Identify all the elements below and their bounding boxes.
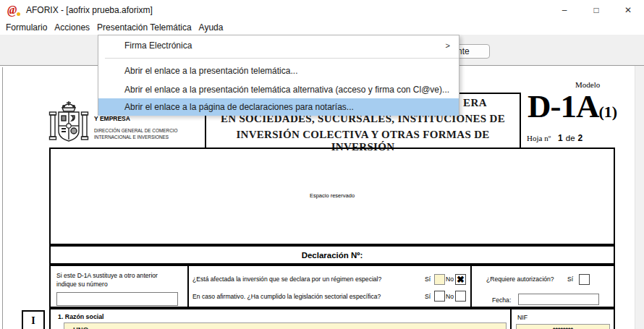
presentacion-telematica-dropdown: Firma Electrónica > Abrir el enlace a la… [98,35,459,116]
agency-dept-line2: INTERNACIONAL E INVERSIONES [94,134,169,140]
menu-presentacion-telematica[interactable]: Presentación Telemática [93,20,195,35]
sheet-label: Hoja nº [527,134,551,142]
modelo-code: D-1A(1) [528,90,617,129]
menu-formulario[interactable]: Formulario [2,20,51,35]
agency-name-fragment: Y EMPRESA [94,115,130,122]
questions-row: Si este D-1A sustituye a otro anterior i… [49,265,615,308]
company-row-divider [510,309,512,329]
menu-item-abrir-presentacion-alternativa[interactable]: Abrir el enlace a la presentación telemá… [98,80,459,98]
authorization-question-text: ¿Requiere autorización? [486,275,554,283]
form-title-line1-fragment: ERA [463,97,487,109]
maximize-button[interactable]: □ [580,0,612,20]
authorization-yes-label: Sí [567,275,573,283]
title-bar: @ AFORIX - [aofrix prueba.aforixm] – □ ✕ [0,0,644,20]
document-left-edge [2,67,3,329]
declaration-number-row: Declaración Nº: [49,245,615,265]
regime-yes-checkbox[interactable] [434,274,445,285]
declaration-number-label: Declaración Nº: [302,251,363,260]
sheet-number: 1 [558,133,563,143]
menu-separator [105,58,459,59]
sectorial-yes-checkbox[interactable] [434,291,445,302]
razon-social-label: 1. Razón social [58,313,104,320]
sectorial-no-checkbox[interactable] [455,291,466,302]
vertical-scrollbar[interactable] [635,66,644,329]
app-window: @ AFORIX - [aofrix prueba.aforixm] – □ ✕… [0,0,644,329]
close-button[interactable]: ✕ [612,0,644,20]
reserved-space-label: Espacio reservado [51,192,614,199]
regime-no-checkbox[interactable]: ✖ [455,274,466,285]
menu-item-declaraciones-notarias-label: Abrir el enlace a la página de declaraci… [124,102,354,112]
sectorial-no-label: No [446,293,454,300]
menu-acciones[interactable]: Acciones [51,20,93,35]
agency-dept-line1: DIRECCIÓN GENERAL DE COMERCIO [94,128,178,133]
window-controls: – □ ✕ [548,0,644,20]
menu-item-declaraciones-notarias[interactable]: Abrir el enlace a la página de declaraci… [98,98,459,116]
minimize-button[interactable]: – [548,0,580,20]
sheet-number-block: Hoja nº 1 de 2 [527,133,582,143]
regime-yes-label: Sí [425,275,431,283]
regime-question-text: ¿Está afectada la inversión que se decla… [192,275,381,283]
submenu-arrow-icon: > [446,41,450,50]
fecha-input[interactable] [518,294,599,305]
authorization-yes-checkbox[interactable] [579,274,590,285]
window-title: AFORIX - [aofrix prueba.aforixm] [26,5,153,15]
menu-item-abrir-presentacion-telematica[interactable]: Abrir el enlace a la presentación telemá… [98,61,459,80]
modelo-code-text: D-1A [528,88,598,124]
app-logo-icon: @ [7,4,20,17]
menu-bar: Formulario Acciones Presentación Telemát… [0,20,644,35]
section-marker: I [31,315,35,326]
sectorial-yes-label: Sí [425,293,431,300]
regime-no-label: No [446,275,454,283]
substitute-note-line1: Si este D-1A sustituye a otro anterior [56,272,158,279]
menu-ayuda[interactable]: Ayuda [195,20,227,35]
menu-item-firma-electronica-label: Firma Electrónica [124,40,192,51]
razon-social-field[interactable]: UNO [64,322,507,329]
menu-item-abrir-presentacion-alternativa-label: Abrir el enlace a la presentación telemá… [124,85,449,95]
sectorial-question-text: En caso afirmativo. ¿Ha cumplido la legi… [192,293,381,300]
nif-label: NIF [517,314,528,321]
sheet-total: 2 [578,133,583,143]
questions-divider-2 [470,266,472,307]
substitute-note-line2: indique su número [56,281,108,288]
menu-item-firma-electronica[interactable]: Firma Electrónica > [98,35,459,55]
fecha-label: Fecha: [492,296,511,304]
menu-item-abrir-presentacion-telematica-label: Abrir el enlace a la presentación telemá… [124,66,297,76]
reserved-space-box: Espacio reservado [49,148,615,245]
nif-field[interactable]: ******** [516,324,610,329]
modelo-annotation: (1) [598,103,617,121]
sheet-of: de [566,134,575,142]
section-marker-box: I [22,310,45,329]
spain-coat-of-arms-logo [48,99,90,144]
company-row: 1. Razón social UNO NIF ******** [49,308,615,329]
questions-divider-1 [187,266,189,307]
substitute-number-input[interactable] [56,292,178,306]
